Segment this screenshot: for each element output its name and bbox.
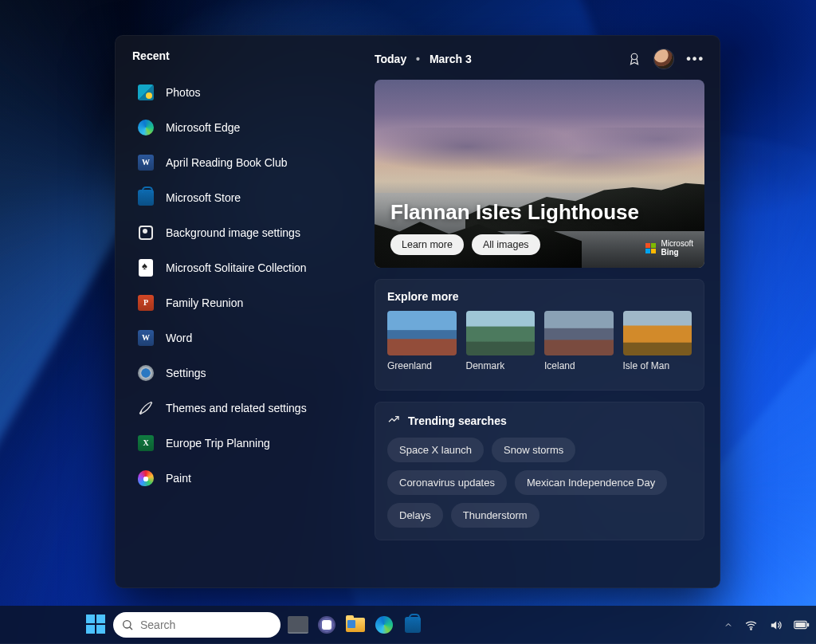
explore-thumb [544, 311, 614, 355]
trending-chip[interactable]: Coronavirus updates [387, 470, 507, 495]
svg-rect-4 [795, 622, 805, 627]
recent-item-settings[interactable]: Settings [132, 357, 355, 389]
solitaire-icon [137, 259, 155, 277]
recent-item-word[interactable]: W Word [132, 322, 355, 354]
recent-item-store[interactable]: Microsoft Store [132, 182, 355, 214]
header-actions: ••• [627, 49, 704, 69]
wifi-icon[interactable] [744, 618, 758, 632]
taskbar-center [86, 612, 424, 638]
hero-actions: Learn more All images [390, 234, 540, 255]
powerpoint-icon: P [137, 294, 155, 312]
trending-chip[interactable]: Delays [387, 503, 443, 528]
explore-item-isle-of-man[interactable]: Isle of Man [623, 311, 692, 371]
recent-item-word-doc[interactable]: W April Reading Book Club [132, 147, 355, 179]
chat-button[interactable] [316, 614, 338, 636]
recent-item-label: Europe Trip Planning [166, 437, 270, 450]
explore-thumb [466, 311, 536, 355]
recent-item-edge[interactable]: Microsoft Edge [132, 112, 355, 143]
trending-chip[interactable]: Mexican Independence Day [515, 470, 667, 495]
edge-button[interactable] [373, 614, 395, 636]
trending-card: Trending searches Space X launch Snow st… [375, 402, 704, 540]
excel-icon: X [137, 434, 155, 452]
today-label: Today [375, 53, 406, 65]
edge-icon [137, 119, 155, 136]
explore-label: Denmark [466, 360, 536, 371]
recent-item-powerpoint-doc[interactable]: P Family Reunion [132, 287, 355, 319]
recent-item-themes[interactable]: Themes and related settings [132, 392, 355, 424]
rewards-icon[interactable] [627, 52, 641, 66]
recent-item-label: Microsoft Edge [166, 121, 240, 134]
word-icon: W [137, 154, 155, 171]
date-label: March 3 [430, 53, 472, 65]
volume-icon[interactable] [769, 618, 783, 632]
taskbar [0, 606, 816, 644]
explore-thumb [387, 311, 457, 355]
taskbar-search-input[interactable] [139, 618, 281, 632]
trending-icon [387, 413, 400, 428]
hero-card[interactable]: Flannan Isles Lighthouse Learn more All … [375, 80, 704, 268]
recent-item-paint[interactable]: Paint [132, 462, 355, 494]
trending-chip[interactable]: Thunderstorm [451, 503, 539, 528]
trending-chip[interactable]: Snow storms [492, 438, 575, 462]
recent-item-label: Background image settings [166, 226, 300, 239]
start-button[interactable] [86, 615, 107, 635]
background-icon [137, 224, 155, 242]
recent-item-background-settings[interactable]: Background image settings [132, 217, 355, 249]
highlights-header: Today • March 3 ••• [375, 49, 704, 69]
search-icon [121, 618, 134, 631]
bullet-separator: • [416, 53, 420, 65]
recent-item-photos[interactable]: Photos [132, 77, 355, 108]
svg-point-2 [751, 628, 751, 629]
hero-title: Flannan Isles Lighthouse [390, 200, 639, 225]
trending-title: Trending searches [408, 414, 507, 427]
recent-item-label: April Reading Book Club [166, 156, 288, 169]
explore-card: Explore more Greenland Denmark Iceland I… [375, 279, 704, 391]
explore-thumb [623, 311, 692, 355]
recent-item-label: Word [166, 332, 192, 344]
recent-item-label: Themes and related settings [166, 402, 307, 414]
explore-item-iceland[interactable]: Iceland [544, 311, 614, 371]
learn-more-button[interactable]: Learn more [390, 234, 464, 255]
date-line: Today • March 3 [375, 53, 472, 65]
recent-item-label: Settings [166, 367, 206, 379]
recent-item-label: Microsoft Solitaire Collection [166, 261, 307, 274]
file-explorer-button[interactable] [344, 614, 367, 636]
store-button[interactable] [402, 614, 424, 636]
battery-icon[interactable] [794, 619, 810, 630]
bing-brand: Microsoft Bing [661, 239, 693, 257]
recent-item-solitaire[interactable]: Microsoft Solitaire Collection [132, 252, 355, 284]
recent-item-label: Microsoft Store [166, 191, 241, 204]
explore-label: Iceland [544, 360, 614, 371]
tray-overflow-button[interactable] [724, 620, 733, 630]
recent-heading: Recent [132, 49, 355, 62]
explore-grid: Greenland Denmark Iceland Isle of Man [387, 311, 692, 371]
recent-item-label: Paint [166, 472, 191, 485]
system-tray [724, 618, 810, 632]
highlights-column: Today • March 3 ••• Flannan Isles Lighth… [375, 49, 704, 572]
user-avatar[interactable] [654, 49, 673, 69]
trending-chip[interactable]: Space X launch [387, 438, 484, 462]
svg-rect-5 [807, 623, 809, 627]
photos-icon [137, 84, 155, 101]
taskbar-search[interactable] [113, 612, 280, 638]
themes-icon [137, 399, 155, 417]
recent-item-label: Photos [166, 86, 201, 99]
explore-title: Explore more [387, 290, 692, 303]
explore-item-greenland[interactable]: Greenland [387, 311, 457, 371]
recent-item-excel-doc[interactable]: X Europe Trip Planning [132, 427, 355, 459]
recent-item-label: Family Reunion [166, 296, 243, 309]
task-view-button[interactable] [287, 614, 309, 636]
store-icon [137, 189, 155, 206]
svg-point-1 [124, 621, 131, 628]
trending-header: Trending searches [387, 413, 692, 428]
explore-label: Greenland [387, 360, 457, 371]
microsoft-logo-icon [645, 243, 656, 253]
settings-icon [137, 364, 155, 382]
trending-chips: Space X launch Snow storms Coronavirus u… [387, 438, 692, 528]
search-panel: Recent Photos Microsoft Edge W April Rea… [115, 35, 720, 588]
all-images-button[interactable]: All images [472, 234, 540, 255]
bing-attribution: Microsoft Bing [645, 239, 693, 257]
more-options-button[interactable]: ••• [686, 52, 704, 66]
paint-icon [137, 469, 155, 487]
explore-item-denmark[interactable]: Denmark [466, 311, 536, 371]
